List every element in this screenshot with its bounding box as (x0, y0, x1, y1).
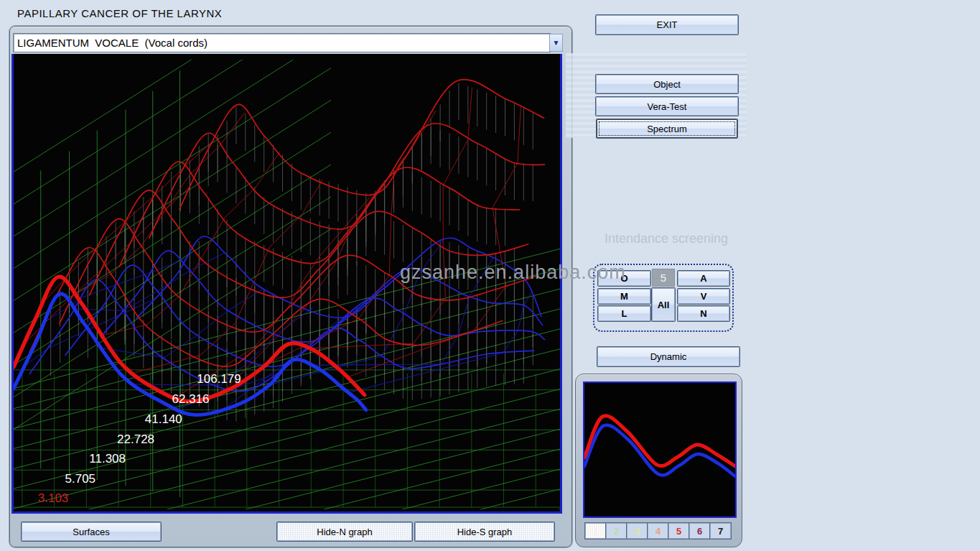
hide-n-graph-button[interactable]: Hide-N graph (277, 522, 412, 541)
page-button-3[interactable]: 3 (627, 523, 648, 539)
axis-label: 5.705 (65, 472, 96, 486)
filter-v-button[interactable]: V (678, 289, 729, 304)
filter-all-button[interactable]: All (652, 288, 675, 321)
dynamic-preview-chart (583, 381, 737, 518)
object-button[interactable]: Object (596, 75, 738, 93)
dynamic-preview-canvas (584, 383, 735, 517)
screening-title: Intendance screening (582, 231, 751, 246)
axis-label: 3.103 (38, 491, 69, 506)
filter-a-button[interactable]: A (678, 271, 729, 286)
hide-s-graph-button[interactable]: Hide-S graph (415, 522, 554, 541)
page-button-1[interactable]: 1 (585, 523, 606, 539)
page-button-4[interactable]: 4 (648, 523, 668, 539)
page-button-2[interactable]: 2 (606, 523, 627, 539)
filter-n-button[interactable]: N (678, 306, 729, 321)
axis-label: 62.316 (172, 392, 210, 407)
axis-label: 106.179 (197, 372, 241, 386)
filter-l-button[interactable]: L (598, 306, 650, 321)
spectrum-chart[interactable]: 3.1035.70511.30822.72841.14062.316106.17… (11, 54, 562, 514)
page-button-5[interactable]: 5 (668, 523, 689, 539)
spectrum-button[interactable]: Spectrum (597, 119, 737, 138)
page-button-6[interactable]: 6 (689, 523, 710, 539)
axis-label: 22.728 (117, 432, 154, 447)
axis-label: 41.140 (145, 412, 182, 427)
organ-select[interactable]: LIGAMENTUM VOCALE (Vocal cords) (13, 33, 551, 52)
dynamic-button[interactable]: Dynamic (597, 347, 739, 366)
page-title: PAPILLARY CANCER OF THE LARYNX (17, 7, 222, 19)
organ-select-value: LIGAMENTUM VOCALE (Vocal cords) (14, 37, 207, 49)
app-window: PAPILLARY CANCER OF THE LARYNX LIGAMENTU… (0, 0, 980, 551)
page-button-7[interactable]: 7 (710, 523, 731, 539)
surfaces-button[interactable]: Surfaces (22, 522, 161, 541)
filter-m-button[interactable]: M (598, 289, 650, 304)
axis-label: 11.308 (89, 452, 126, 466)
filter-count-indicator[interactable]: 5 (652, 269, 675, 287)
exit-button[interactable]: EXIT (596, 15, 738, 34)
chevron-down-icon[interactable]: ▼ (549, 34, 563, 52)
vera-test-button[interactable]: Vera-Test (596, 97, 738, 116)
watermark: gzsanhe.en.alibaba.com (400, 261, 626, 284)
